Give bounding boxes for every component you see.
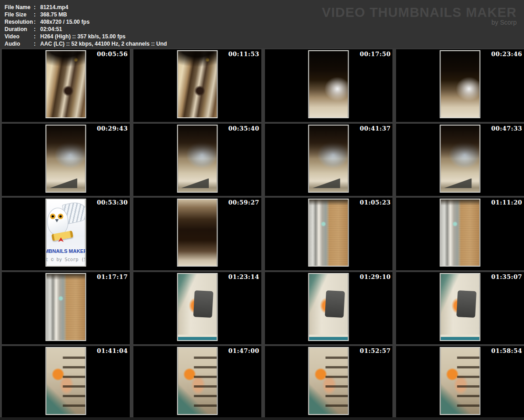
thumbnail-grid: 00:05:56 00:11:53 — [0, 49, 524, 419]
thumbnail-cell: 01:11:20 — [396, 198, 524, 270]
thumbnail-cell: 01:29:10 — [265, 272, 393, 345]
audio-codec-value: AAC (LC) :: 52 kbps, 44100 Hz, 2 channel… — [40, 40, 167, 47]
timestamp-overlay: 00:05:56 — [97, 51, 128, 58]
owl-beak-icon — [55, 219, 58, 222]
file-info-row: Audio : AAC (LC) :: 52 kbps, 44100 Hz, 2… — [5, 40, 167, 47]
thumbnail-image — [45, 347, 86, 415]
timestamp-overlay: 00:41:37 — [360, 125, 391, 132]
thumbnail-image: MBNAILS MAKER 8 t © by Scorp (SU — [45, 199, 86, 267]
timestamp-overlay: 01:17:17 — [97, 273, 128, 280]
owl-eye-icon — [50, 214, 55, 219]
thumbnail-cell: 00:23:46 — [396, 49, 524, 122]
timestamp-overlay: 00:59:27 — [228, 199, 259, 206]
app-logo-subtitle: by Scorp — [322, 19, 517, 26]
timestamp-overlay: 01:47:00 — [228, 347, 259, 354]
info-label: File Name — [5, 4, 34, 11]
thumbnail-image — [177, 50, 217, 118]
file-info-row: File Size : 368.75 MB — [5, 11, 167, 18]
timestamp-overlay: 00:11:53 — [228, 51, 259, 58]
header: File Name : 81214.mp4 File Size : 368.75… — [0, 0, 524, 48]
footer-strip — [0, 417, 524, 420]
thumbnail-cell: 01:05:23 — [265, 198, 393, 270]
duration-value: 02:04:51 — [40, 26, 62, 33]
thumbnail-image — [308, 125, 349, 193]
thumbnail-image — [177, 273, 217, 341]
thumbnail-image — [45, 273, 86, 341]
file-info-block: File Name : 81214.mp4 File Size : 368.75… — [5, 4, 167, 47]
timestamp-overlay: 01:52:57 — [360, 347, 391, 354]
timestamp-overlay: 00:53:30 — [97, 199, 128, 206]
owl-icon — [47, 208, 68, 235]
app-logo: VIDEO THUMBNAILS MAKER by Scorp — [322, 5, 517, 26]
file-name-value: 81214.mp4 — [40, 4, 68, 11]
timestamp-overlay: 01:58:54 — [491, 347, 522, 354]
watermark-owl: MBNAILS MAKER 8 t © by Scorp (SU — [46, 200, 85, 266]
timestamp-overlay: 01:05:23 — [360, 199, 391, 206]
thumbnail-cell: 00:17:50 — [265, 49, 393, 122]
thumbnail-image — [308, 273, 349, 341]
file-info-row: Duration : 02:04:51 — [5, 26, 167, 33]
info-label: File Size — [5, 11, 34, 18]
timestamp-overlay: 00:23:46 — [491, 51, 522, 58]
watermark-text-line2: t © by Scorp (SU — [46, 257, 85, 262]
info-colon: : — [34, 26, 40, 33]
thumbnail-cell: MBNAILS MAKER 8 t © by Scorp (SU 00:53:3… — [2, 198, 130, 270]
file-info-row: File Name : 81214.mp4 — [5, 4, 167, 11]
thumbnail-cell: 00:35:40 — [133, 124, 261, 196]
thumbnail-cell: 01:17:17 — [2, 272, 130, 345]
file-info-row: Video : H264 (High) :: 357 kb/s, 15.00 f… — [5, 33, 167, 40]
thumbnail-image — [440, 273, 481, 341]
thumbnail-cell: 01:47:00 — [133, 346, 261, 419]
thumbnail-image — [440, 125, 481, 193]
info-colon: : — [34, 18, 40, 26]
info-label: Audio — [5, 40, 34, 47]
app-logo-title: VIDEO THUMBNAILS MAKER — [322, 5, 517, 19]
info-colon: : — [34, 33, 40, 40]
video-codec-value: H264 (High) :: 357 kb/s, 15.00 fps — [40, 33, 126, 40]
thumbnail-image — [308, 50, 349, 118]
thumbnail-cell: 00:41:37 — [265, 124, 393, 196]
info-label: Resolution — [5, 18, 34, 26]
file-size-value: 368.75 MB — [40, 11, 67, 18]
thumbnail-cell: 00:47:33 — [396, 124, 524, 196]
file-info-row: Resolution : 408x720 / 15.00 fps — [5, 18, 167, 26]
thumbnail-image — [177, 347, 217, 415]
thumbnail-cell: 00:05:56 — [2, 49, 130, 122]
info-colon: : — [34, 11, 40, 18]
watermark-text-line1: MBNAILS MAKER 8 — [46, 248, 85, 254]
info-colon: : — [34, 4, 40, 11]
timestamp-overlay: 00:35:40 — [228, 125, 259, 132]
thumbnail-cell: 00:11:53 — [133, 49, 261, 122]
timestamp-overlay: 01:11:20 — [491, 199, 522, 206]
timestamp-overlay: 01:29:10 — [360, 273, 391, 280]
resolution-value: 408x720 / 15.00 fps — [40, 18, 90, 26]
timestamp-overlay: 01:23:14 — [228, 273, 259, 280]
thumbnail-image — [308, 347, 349, 415]
timestamp-overlay: 00:17:50 — [360, 51, 391, 58]
thumbnail-image — [440, 50, 481, 118]
timestamp-overlay: 00:47:33 — [491, 125, 522, 132]
timestamp-overlay: 01:35:07 — [491, 273, 522, 280]
thumbnail-cell: 01:58:54 — [396, 346, 524, 419]
thumbnail-image — [45, 125, 86, 193]
thumbnail-image — [177, 199, 217, 267]
thumbnail-cell: 00:29:43 — [2, 124, 130, 196]
thumbnail-image — [308, 199, 349, 267]
owl-eye-icon — [58, 214, 63, 219]
thumbnail-image — [177, 125, 217, 193]
thumbnail-image — [45, 50, 86, 118]
thumbnail-cell: 01:23:14 — [133, 272, 261, 345]
timestamp-overlay: 00:29:43 — [97, 125, 128, 132]
thumbnail-cell: 01:35:07 — [396, 272, 524, 345]
thumbnail-cell: 01:41:04 — [2, 346, 130, 419]
info-colon: : — [34, 40, 40, 47]
thumbnail-cell: 01:52:57 — [265, 346, 393, 419]
info-label: Duration — [5, 26, 34, 33]
timestamp-overlay: 01:41:04 — [97, 347, 128, 354]
info-label: Video — [5, 33, 34, 40]
thumbnail-cell: 00:59:27 — [133, 198, 261, 270]
thumbnail-image — [440, 347, 481, 415]
thumbnail-image — [440, 199, 481, 267]
